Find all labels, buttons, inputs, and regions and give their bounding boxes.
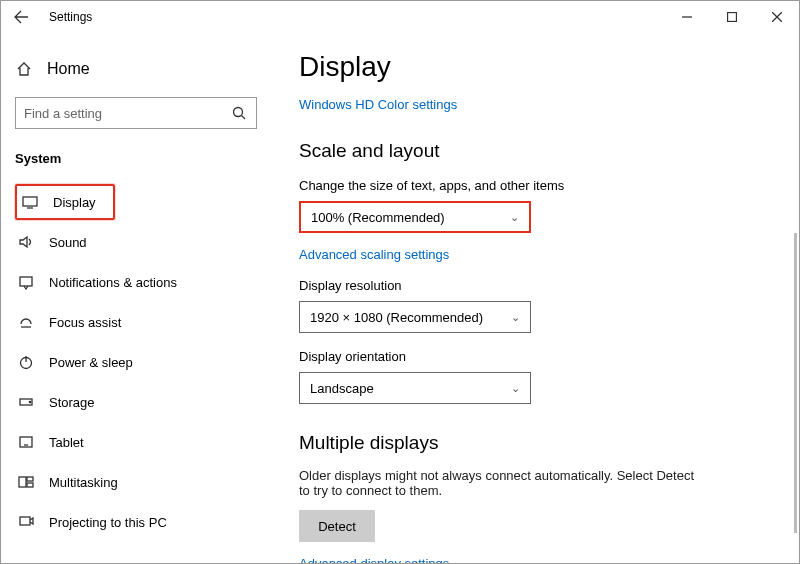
multiple-displays-heading: Multiple displays [299, 432, 775, 454]
window-title: Settings [49, 10, 92, 24]
sidebar-item-label: Focus assist [49, 315, 121, 330]
home-label: Home [47, 60, 90, 78]
orientation-value: Landscape [310, 381, 374, 396]
sidebar-item-display[interactable]: Display [15, 184, 115, 220]
scale-heading: Scale and layout [299, 140, 775, 162]
sidebar-item-label: Projecting to this PC [49, 515, 167, 530]
search-icon [230, 104, 248, 122]
sidebar-item-label: Storage [49, 395, 95, 410]
sidebar-item-label: Power & sleep [49, 355, 133, 370]
sidebar-item-label: Sound [49, 235, 87, 250]
resolution-label: Display resolution [299, 278, 775, 293]
advanced-display-link[interactable]: Advanced display settings [299, 556, 775, 563]
chevron-down-icon: ⌄ [511, 382, 520, 395]
multiple-displays-desc: Older displays might not always connect … [299, 468, 699, 498]
svg-rect-10 [27, 483, 33, 487]
sidebar-section: System [15, 151, 257, 166]
focus-assist-icon [17, 313, 35, 331]
sidebar-item-multitasking[interactable]: Multitasking [15, 464, 257, 500]
notifications-icon [17, 273, 35, 291]
maximize-button[interactable] [709, 1, 754, 33]
maximize-icon [727, 12, 737, 22]
chevron-down-icon: ⌄ [510, 211, 519, 224]
sidebar-item-label: Notifications & actions [49, 275, 177, 290]
sidebar-item-focus-assist[interactable]: Focus assist [15, 304, 257, 340]
sidebar-item-projecting[interactable]: Projecting to this PC [15, 504, 257, 540]
minimize-button[interactable] [664, 1, 709, 33]
sidebar-item-label: Tablet [49, 435, 84, 450]
sidebar-item-sound[interactable]: Sound [15, 224, 257, 260]
power-icon [17, 353, 35, 371]
sound-icon [17, 233, 35, 251]
orientation-label: Display orientation [299, 349, 775, 364]
sidebar-item-label: Display [53, 195, 96, 210]
display-icon [21, 193, 39, 211]
scrollbar[interactable] [794, 233, 797, 533]
back-arrow-icon [13, 9, 29, 25]
search-placeholder: Find a setting [24, 106, 102, 121]
sidebar-item-label: Multitasking [49, 475, 118, 490]
svg-rect-11 [20, 517, 30, 525]
svg-point-6 [29, 401, 30, 402]
detect-button[interactable]: Detect [299, 510, 375, 542]
scale-dropdown[interactable]: 100% (Recommended) ⌄ [299, 201, 531, 233]
svg-rect-8 [19, 477, 26, 487]
svg-point-1 [234, 108, 243, 117]
orientation-dropdown[interactable]: Landscape ⌄ [299, 372, 531, 404]
tablet-icon [17, 433, 35, 451]
multitasking-icon [17, 473, 35, 491]
back-button[interactable] [1, 1, 41, 33]
projecting-icon [17, 513, 35, 531]
sidebar-item-storage[interactable]: Storage [15, 384, 257, 420]
resolution-value: 1920 × 1080 (Recommended) [310, 310, 483, 325]
close-icon [772, 12, 782, 22]
page-title: Display [299, 51, 775, 83]
svg-rect-0 [727, 13, 736, 22]
advanced-scaling-link[interactable]: Advanced scaling settings [299, 247, 775, 262]
resolution-dropdown[interactable]: 1920 × 1080 (Recommended) ⌄ [299, 301, 531, 333]
sidebar-item-notifications[interactable]: Notifications & actions [15, 264, 257, 300]
home-icon [15, 60, 33, 78]
svg-rect-3 [20, 277, 32, 286]
svg-rect-9 [27, 477, 33, 481]
sidebar-item-power-sleep[interactable]: Power & sleep [15, 344, 257, 380]
sidebar-item-home[interactable]: Home [15, 51, 257, 87]
search-input[interactable]: Find a setting [15, 97, 257, 129]
close-button[interactable] [754, 1, 799, 33]
chevron-down-icon: ⌄ [511, 311, 520, 324]
scale-label: Change the size of text, apps, and other… [299, 178, 775, 193]
svg-rect-2 [23, 197, 37, 206]
minimize-icon [682, 12, 692, 22]
scale-value: 100% (Recommended) [311, 210, 445, 225]
sidebar-item-tablet[interactable]: Tablet [15, 424, 257, 460]
storage-icon [17, 393, 35, 411]
hd-color-link[interactable]: Windows HD Color settings [299, 97, 775, 112]
